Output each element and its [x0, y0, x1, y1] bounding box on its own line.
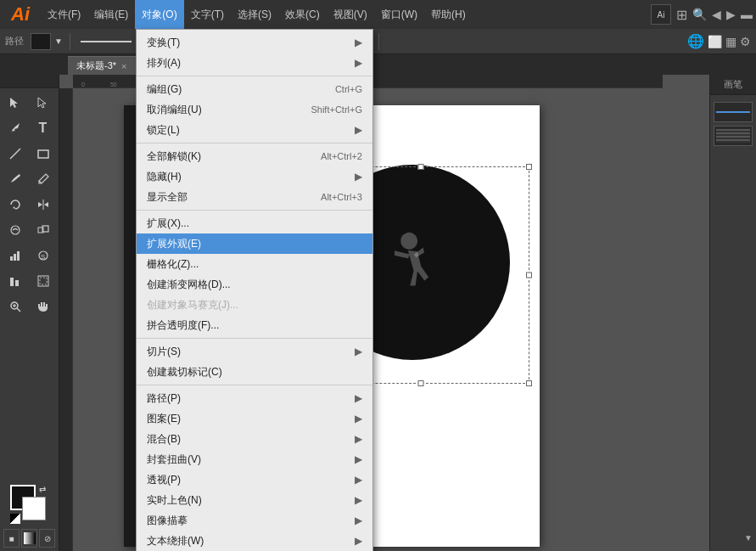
dd-lock[interactable]: 锁定(L) ▶ [137, 120, 372, 140]
rectangle-tool[interactable] [30, 141, 57, 166]
menu-text[interactable]: 文字(T) [184, 0, 231, 29]
dd-pattern-arrow: ▶ [355, 413, 362, 424]
dd-arrange-arrow: ▶ [355, 57, 362, 69]
svg-point-0 [13, 129, 15, 132]
handle-tr[interactable] [526, 164, 532, 170]
dd-arrange[interactable]: 排列(A) ▶ [137, 53, 372, 73]
svg-line-1 [10, 149, 20, 159]
dd-pattern[interactable]: 图案(E) ▶ [137, 408, 372, 429]
layout-icon[interactable]: ⬜ [708, 35, 722, 48]
column-graph-tool[interactable] [2, 268, 29, 294]
right-panel: 画笔 ▼ [709, 75, 756, 551]
handle-br[interactable] [526, 380, 532, 386]
pen-tool[interactable] [2, 115, 29, 141]
menu-effect[interactable]: 效果(C) [278, 0, 327, 29]
dd-live-paint[interactable]: 实时上色(N) ▶ [137, 490, 372, 510]
solid-color-btn[interactable]: ■ [3, 529, 20, 548]
dd-expand[interactable]: 扩展(X)... [137, 213, 372, 233]
dd-perspective[interactable]: 透视(P) ▶ [137, 469, 372, 490]
tabs-row: 未标题-3* × [0, 54, 756, 75]
swap-colors-icon[interactable]: ⇄ [39, 485, 49, 495]
menu-help[interactable]: 帮助(H) [424, 0, 473, 29]
globe-icon[interactable]: 🌐 [687, 33, 704, 49]
panel-options-btn[interactable]: ▼ [744, 533, 753, 543]
dd-transform[interactable]: 变换(T) ▶ [137, 32, 372, 53]
panel-icon[interactable]: ▦ [725, 35, 736, 48]
svg-rect-19 [24, 532, 36, 544]
dd-create-trim-marks[interactable]: 创建裁切标记(C) [137, 362, 372, 382]
warp-tool[interactable] [2, 217, 29, 243]
dd-rasterize[interactable]: 栅格化(Z)... [137, 254, 372, 274]
toolbar-row: 路径 ▼ ▼ 基本 ▼ 不透明度: 100% ▼ 样式: ▼ 🌐 ⬜ ▦ ⚙ [0, 29, 756, 54]
dd-group[interactable]: 编组(G) Ctrl+G [137, 79, 372, 99]
arrow-left-icon[interactable]: ◀ [712, 8, 721, 21]
dd-envelope-distort[interactable]: 封套扭曲(V) ▶ [137, 449, 372, 469]
svg-rect-2 [38, 150, 48, 158]
reflect-tool[interactable] [30, 192, 57, 217]
handle-bm[interactable] [418, 380, 424, 386]
color-modes: ■ ⊘ [3, 529, 55, 548]
direct-select-tool[interactable] [30, 90, 57, 115]
zoom-tool[interactable] [2, 294, 29, 319]
handle-mr[interactable] [526, 273, 532, 278]
pencil-tool[interactable] [30, 166, 57, 192]
dd-gradient-mesh-label: 创建渐变网格(D)... [147, 278, 362, 292]
graph-tool[interactable] [2, 243, 29, 268]
dd-expand-appearance-label: 扩展外观(E) [147, 237, 362, 251]
arrow-right-icon[interactable]: ▶ [726, 8, 736, 21]
tab-untitled[interactable]: 未标题-3* × [68, 56, 137, 75]
dd-expand-appearance[interactable]: 扩展外观(E) [137, 233, 372, 254]
dd-slice[interactable]: 切片(S) ▶ [137, 341, 372, 362]
stroke-color-swatch[interactable] [31, 33, 51, 50]
dropdown-menu: 变换(T) ▶ 排列(A) ▶ 编组(G) Ctrl+G 取消编组(U) Shi… [136, 29, 373, 551]
menu-object[interactable]: 对象(O) [135, 0, 183, 29]
stroke-preview [81, 41, 132, 42]
dd-blend[interactable]: 混合(B) ▶ [137, 429, 372, 449]
dd-show-all-label: 显示全部 [147, 190, 304, 205]
gradient-btn[interactable] [21, 529, 37, 548]
dd-path[interactable]: 路径(P) ▶ [137, 388, 372, 408]
menu-view[interactable]: 视图(V) [327, 0, 374, 29]
dd-rasterize-label: 栅格化(Z)... [147, 257, 362, 272]
brush-item-1[interactable] [714, 102, 753, 122]
dd-path-arrow: ▶ [355, 392, 362, 404]
paintbrush-tool[interactable] [2, 166, 29, 192]
dd-show-all[interactable]: 显示全部 Alt+Ctrl+3 [137, 187, 372, 207]
background-color[interactable] [22, 497, 46, 520]
svg-point-3 [11, 226, 20, 234]
artboard-tool[interactable] [30, 268, 57, 294]
dd-gradient-mesh[interactable]: 创建渐变网格(D)... [137, 274, 372, 295]
no-fill-btn[interactable]: ⊘ [39, 529, 55, 548]
dd-unlock-all-shortcut: Alt+Ctrl+2 [321, 151, 362, 161]
menu-section-2: 编组(G) Ctrl+G 取消编组(U) Shift+Ctrl+G 锁定(L) … [137, 76, 372, 143]
menu-section-6: 路径(P) ▶ 图案(E) ▶ 混合(B) ▶ 封套扭曲(V) ▶ 透视(P) … [137, 385, 372, 551]
grid-icon[interactable]: ⊞ [676, 7, 687, 23]
menu-window[interactable]: 窗口(W) [374, 0, 424, 29]
dd-live-paint-label: 实时上色(N) [147, 493, 348, 508]
tab-close-icon[interactable]: × [121, 61, 126, 71]
dd-image-trace[interactable]: 图像描摹 ▶ [137, 510, 372, 531]
line-tool[interactable] [2, 141, 29, 166]
dd-unlock-all[interactable]: 全部解锁(K) Alt+Ctrl+2 [137, 146, 372, 166]
tools-panel: T [0, 75, 59, 551]
dd-hide[interactable]: 隐藏(H) ▶ [137, 166, 372, 187]
dd-show-all-shortcut: Alt+Ctrl+3 [321, 192, 362, 202]
minimize-icon[interactable]: ▬ [741, 8, 753, 21]
scale-tool[interactable] [30, 217, 57, 243]
hand-tool[interactable] [30, 294, 57, 319]
brush-item-2[interactable] [714, 126, 753, 146]
dd-flatten-transparency[interactable]: 拼合透明度(F)... [137, 315, 372, 335]
menu-file[interactable]: 文件(F) [41, 0, 87, 29]
search-icon[interactable]: 🔍 [692, 8, 707, 21]
type-tool[interactable]: T [30, 115, 57, 141]
vertical-ruler [59, 88, 73, 551]
settings-icon[interactable]: ⚙ [740, 35, 751, 48]
symbol-tool[interactable]: S [30, 243, 57, 268]
dd-ungroup[interactable]: 取消编组(U) Shift+Ctrl+G [137, 99, 372, 120]
menu-select[interactable]: 选择(S) [231, 0, 278, 29]
dd-text-wrap[interactable]: 文本绕排(W) ▶ [137, 531, 372, 551]
select-tool[interactable] [2, 90, 29, 115]
rotate-tool[interactable] [2, 192, 29, 217]
menu-edit[interactable]: 编辑(E) [87, 0, 135, 29]
default-colors-icon[interactable] [10, 514, 20, 524]
